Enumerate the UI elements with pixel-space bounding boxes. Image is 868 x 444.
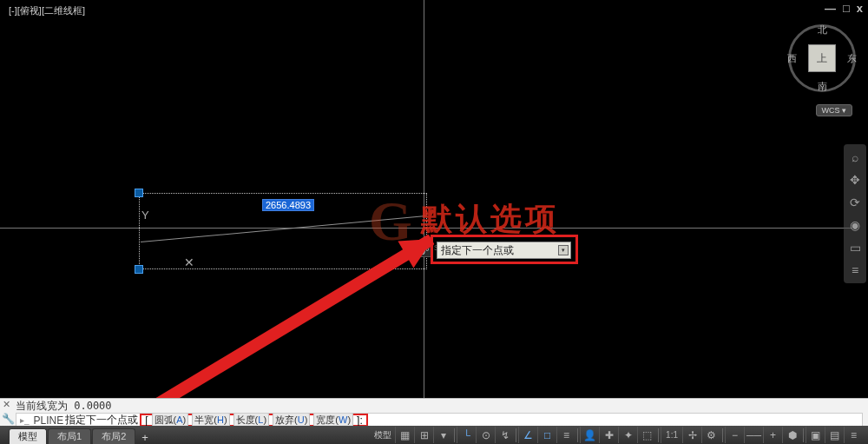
- grip-bottom-left[interactable]: [135, 265, 143, 274]
- nav-showmotion-icon[interactable]: ▭: [846, 238, 864, 257]
- drawing-viewport[interactable]: [-][俯视][二维线框] — □ x Y ✕ 2656.4893 9° G 默…: [0, 0, 868, 398]
- tab-add-button[interactable]: +: [136, 431, 154, 444]
- viewcube-south[interactable]: 南: [818, 80, 827, 93]
- command-options-highlight: [ 圆弧(A) 半宽(H) 长度(L) 放弃(U) 宽度(W) ]:: [140, 414, 368, 427]
- window-controls: — □ x: [825, 2, 863, 15]
- nav-orbit-icon[interactable]: ⟳: [846, 193, 864, 212]
- minimize-button[interactable]: —: [825, 2, 836, 15]
- command-area: ✕ 🔧 当前线宽为 0.0000 ▸_ PLINE 指定下一个点或 [ 圆弧(A…: [0, 398, 868, 427]
- distance-readout: 2656.4893: [262, 199, 314, 211]
- snap-toggle-icon[interactable]: ⊞: [414, 427, 433, 443]
- wcs-badge[interactable]: WCS ▾: [816, 104, 853, 116]
- isometric-toggle-icon[interactable]: ↯: [495, 427, 514, 443]
- dynamic-input-toggle-icon[interactable]: 👤: [580, 427, 599, 443]
- 3dosnap-toggle-icon[interactable]: ✦: [618, 427, 637, 443]
- viewcube-east[interactable]: 东: [847, 52, 857, 65]
- command-customize-icon[interactable]: 🔧: [2, 413, 15, 425]
- ortho-toggle-icon[interactable]: └: [457, 427, 476, 443]
- status-toggles: 模型 ▦ ⊞ ▾ └ ⊙ ↯ ∠ □ ≡ 👤 ✚ ✦ ⬚ 1:1 ✢ ⚙ − ─…: [371, 427, 868, 443]
- restore-button[interactable]: □: [843, 2, 850, 15]
- lineweight-toggle-icon[interactable]: ≡: [556, 427, 575, 443]
- command-close-icon[interactable]: ✕: [3, 399, 10, 410]
- tab-model[interactable]: 模型: [9, 428, 47, 444]
- workspace-switch-icon[interactable]: ⚙: [701, 427, 720, 443]
- polar-toggle-icon[interactable]: ⊙: [476, 427, 495, 443]
- clean-screen-icon[interactable]: ▤: [825, 427, 844, 443]
- tab-layout1[interactable]: 布局1: [48, 428, 91, 444]
- osnap-toggle-icon[interactable]: ∠: [518, 427, 537, 443]
- grip-top-left[interactable]: [135, 189, 143, 197]
- nav-pan-icon[interactable]: ✥: [846, 170, 864, 189]
- isolate-objects-icon[interactable]: ▣: [806, 427, 825, 443]
- axis-y-label: Y: [141, 209, 149, 222]
- otrack-toggle-icon[interactable]: □: [537, 427, 556, 443]
- customize-status-icon[interactable]: ≡: [844, 427, 863, 443]
- command-name: PLINE: [34, 414, 64, 427]
- zoom-in-button[interactable]: +: [763, 427, 782, 443]
- grid-toggle-icon[interactable]: ▦: [395, 427, 414, 443]
- zoom-out-button[interactable]: −: [725, 427, 744, 443]
- hardware-accel-icon[interactable]: ⬢: [782, 427, 801, 443]
- command-history-line: 当前线宽为 0.0000: [16, 399, 112, 414]
- infer-toggle-icon[interactable]: ▾: [433, 427, 452, 443]
- selection-cycling-icon[interactable]: ✚: [599, 427, 618, 443]
- tab-layout2[interactable]: 布局2: [92, 428, 135, 444]
- axis-x-label: ✕: [184, 255, 194, 269]
- viewcube-north[interactable]: 北: [818, 23, 827, 36]
- viewcube-west[interactable]: 西: [787, 52, 797, 65]
- command-prompt-icon: ▸_: [20, 415, 30, 425]
- quick-properties-icon[interactable]: ⬚: [637, 427, 656, 443]
- annotation-scale[interactable]: 1:1: [661, 427, 682, 443]
- annotation-highlight: [431, 235, 578, 264]
- nav-menu-icon[interactable]: ≡: [846, 261, 864, 280]
- nav-zoom-icon[interactable]: ⌕: [846, 148, 864, 167]
- bracket-open: [: [145, 414, 148, 427]
- nav-steering-icon[interactable]: ◉: [846, 215, 864, 235]
- model-label[interactable]: 模型: [371, 429, 395, 441]
- viewcube[interactable]: 上 北 南 东 西: [788, 24, 856, 92]
- zoom-slider[interactable]: ──: [744, 427, 763, 443]
- status-bar: 模型 布局1 布局2 + 模型 ▦ ⊞ ▾ └ ⊙ ↯ ∠ □ ≡ 👤 ✚ ✦ …: [0, 426, 868, 444]
- close-button[interactable]: x: [857, 2, 863, 15]
- layout-tabs: 模型 布局1 布局2 +: [0, 426, 154, 444]
- view-title: [-][俯视][二维线框]: [9, 4, 85, 17]
- viewcube-top-face[interactable]: 上: [808, 44, 836, 72]
- command-suffix: ]:: [357, 414, 363, 427]
- navigation-bar: ⌕ ✥ ⟳ ◉ ▭ ≡: [844, 144, 866, 283]
- annotation-visibility-icon[interactable]: ✢: [682, 427, 701, 443]
